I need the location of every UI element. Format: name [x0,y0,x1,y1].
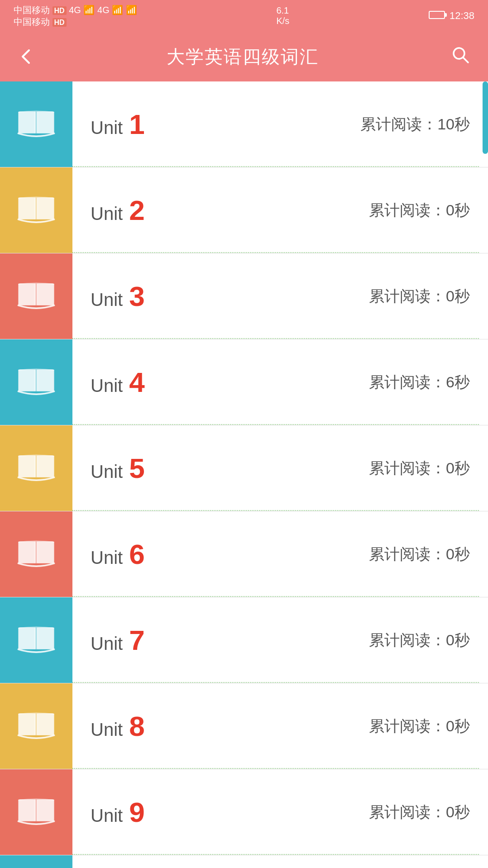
unit-icon-3 [0,253,72,339]
unit-icon-9 [0,769,72,855]
unit-reading-5: 累计阅读：0秒 [369,458,470,479]
carrier-info: 中国移动 HD 4G 📶 4G 📶 📶 中国移动 HD [14,4,137,28]
unit-item-10[interactable]: Unit 10 累计阅读：0秒 [0,855,488,868]
unit-label-8: Unit 8 [91,712,145,740]
unit-text-2: Unit [91,204,123,224]
unit-text-5: Unit [91,462,123,482]
reading-label-6: 累计阅读： [369,545,446,563]
unit-icon-2 [0,167,72,253]
unit-icon-10 [0,855,72,868]
unit-label-5: Unit 5 [91,454,145,482]
unit-text-1: Unit [91,118,123,138]
unit-item-8[interactable]: Unit 8 累计阅读：0秒 [0,683,488,769]
unit-reading-7: 累计阅读：0秒 [369,630,470,651]
svg-rect-4 [34,283,38,305]
reading-value-6: 0秒 [446,545,470,563]
svg-rect-10 [34,799,38,821]
unit-icon-5 [0,425,72,511]
unit-item-4[interactable]: Unit 4 累计阅读：6秒 [0,339,488,425]
time-display: 12:38 [450,10,474,22]
reading-value-5: 0秒 [446,459,470,477]
unit-number-6: 6 [129,540,144,568]
unit-number-2: 2 [129,196,144,224]
status-bar: 中国移动 HD 4G 📶 4G 📶 📶 中国移动 HD 6.1K/s 12:38 [0,0,488,32]
unit-label-1: Unit 1 [91,110,145,138]
reading-value-1: 10秒 [437,115,470,133]
reading-value-3: 0秒 [446,287,470,305]
unit-label-6: Unit 6 [91,540,145,568]
unit-content-7: Unit 7 累计阅读：0秒 [72,597,488,683]
page-title: 大学英语四级词汇 [167,44,319,69]
unit-text-4: Unit [91,376,123,396]
carrier2: 中国移动 HD [14,16,137,28]
svg-line-1 [463,57,468,62]
unit-reading-1: 累计阅读：10秒 [360,114,470,135]
unit-text-9: Unit [91,806,123,826]
unit-content-4: Unit 4 累计阅读：6秒 [72,339,488,425]
battery-time: 12:38 [429,10,474,22]
unit-content-3: Unit 3 累计阅读：0秒 [72,253,488,339]
unit-reading-6: 累计阅读：0秒 [369,544,470,565]
reading-label-8: 累计阅读： [369,717,446,734]
svg-rect-2 [34,111,38,134]
unit-item-1[interactable]: Unit 1 累计阅读：10秒 [0,81,488,167]
unit-item-5[interactable]: Unit 5 累计阅读：0秒 [0,425,488,511]
svg-rect-5 [34,369,38,391]
reading-label-3: 累计阅读： [369,287,446,305]
unit-item-3[interactable]: Unit 3 累计阅读：0秒 [0,253,488,339]
unit-item-7[interactable]: Unit 7 累计阅读：0秒 [0,597,488,683]
unit-content-8: Unit 8 累计阅读：0秒 [72,683,488,769]
unit-content-1: Unit 1 累计阅读：10秒 [72,81,488,167]
search-button[interactable] [451,45,470,68]
unit-content-10: Unit 10 累计阅读：0秒 [72,855,488,868]
unit-content-5: Unit 5 累计阅读：0秒 [72,425,488,511]
reading-value-9: 0秒 [446,803,470,820]
unit-text-7: Unit [91,634,123,654]
unit-text-8: Unit [91,720,123,740]
unit-reading-9: 累计阅读：0秒 [369,802,470,823]
unit-icon-8 [0,683,72,769]
unit-item-9[interactable]: Unit 9 累计阅读：0秒 [0,769,488,855]
unit-item-6[interactable]: Unit 6 累计阅读：0秒 [0,511,488,597]
reading-label-9: 累计阅读： [369,803,446,820]
reading-label-5: 累计阅读： [369,459,446,477]
reading-label-7: 累计阅读： [369,631,446,649]
unit-number-1: 1 [129,110,144,138]
unit-text-6: Unit [91,548,123,568]
unit-label-2: Unit 2 [91,196,145,224]
carrier1: 中国移动 HD 4G 📶 4G 📶 📶 [14,4,137,16]
back-button[interactable] [18,48,34,65]
reading-value-7: 0秒 [446,631,470,649]
unit-list-wrapper: Unit 1 累计阅读：10秒 Unit 2 累计阅读：0秒 [0,81,488,868]
unit-content-2: Unit 2 累计阅读：0秒 [72,167,488,253]
reading-label-1: 累计阅读： [360,115,437,133]
unit-list: Unit 1 累计阅读：10秒 Unit 2 累计阅读：0秒 [0,81,488,868]
unit-label-3: Unit 3 [91,282,145,310]
reading-value-2: 0秒 [446,201,470,219]
unit-item-2[interactable]: Unit 2 累计阅读：0秒 [0,167,488,253]
unit-number-9: 9 [129,798,144,826]
unit-icon-1 [0,81,72,167]
unit-number-3: 3 [129,282,144,310]
reading-label-4: 累计阅读： [369,373,446,391]
svg-rect-3 [34,197,38,219]
app-header: 大学英语四级词汇 [0,32,488,81]
svg-rect-9 [34,713,38,735]
svg-rect-7 [34,541,38,563]
unit-text-3: Unit [91,290,123,310]
battery-indicator [429,10,445,22]
unit-label-4: Unit 4 [91,368,145,396]
svg-rect-8 [34,627,38,649]
unit-number-7: 7 [129,626,144,654]
unit-number-8: 8 [129,712,144,740]
unit-number-5: 5 [129,454,144,482]
unit-icon-4 [0,339,72,425]
unit-reading-3: 累计阅读：0秒 [369,286,470,307]
unit-reading-4: 累计阅读：6秒 [369,372,470,393]
unit-icon-7 [0,597,72,683]
svg-rect-6 [34,455,38,477]
unit-content-9: Unit 9 累计阅读：0秒 [72,769,488,855]
reading-label-2: 累计阅读： [369,201,446,219]
reading-value-8: 0秒 [446,717,470,734]
unit-reading-2: 累计阅读：0秒 [369,200,470,221]
